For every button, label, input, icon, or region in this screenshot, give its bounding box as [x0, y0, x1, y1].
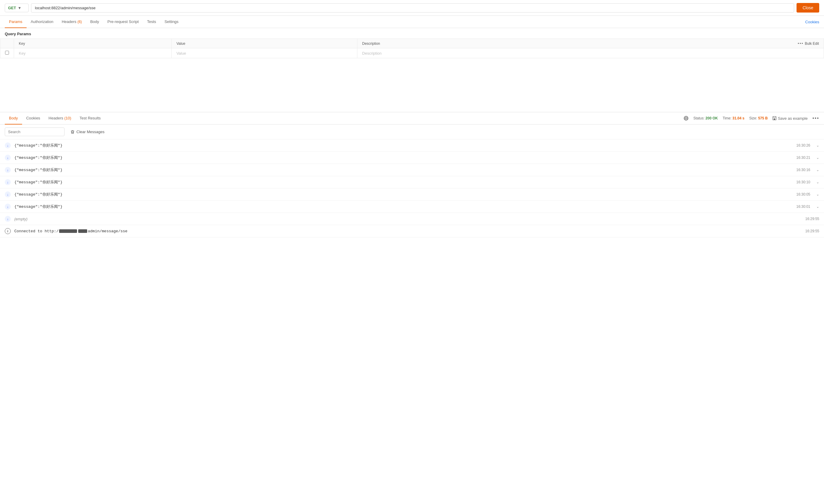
url-input[interactable] — [31, 3, 794, 12]
description-input-cell[interactable]: Description — [357, 48, 824, 58]
response-tab-body[interactable]: Body — [5, 112, 22, 124]
tab-headers[interactable]: Headers (6) — [58, 16, 86, 28]
params-table: Key Value Description ••• Bulk Edit Key … — [0, 38, 824, 58]
sse-controls: Clear Messages — [0, 124, 824, 139]
arrow-down-icon: ↓ — [5, 155, 11, 161]
expand-icon[interactable]: ⌄ — [816, 205, 819, 209]
tab-body[interactable]: Body — [86, 16, 103, 28]
response-section: Body Cookies Headers (10) Test Results S… — [0, 112, 824, 237]
arrow-down-icon: ↓ — [5, 204, 11, 210]
description-col-header: Description ••• Bulk Edit — [357, 39, 824, 48]
arrow-down-icon: ↓ — [5, 216, 11, 222]
expand-icon[interactable]: ⌄ — [816, 156, 819, 160]
tab-prerequest[interactable]: Pre-request Script — [103, 16, 143, 28]
svg-rect-6 — [774, 118, 775, 120]
arrow-down-icon: ↓ — [5, 167, 11, 173]
message-content: (empty) — [14, 217, 802, 221]
message-time: 16:30:26 — [796, 143, 810, 147]
message-row: ↓ {"message":"你好乐闻"} 16:30:05 ⌄ — [0, 188, 824, 201]
message-content: {"message":"你好乐闻"} — [14, 204, 793, 209]
size-label: Size: 575 B — [749, 116, 767, 120]
message-content: {"message":"你好乐闻"} — [14, 143, 793, 148]
tab-params[interactable]: Params — [5, 16, 26, 28]
cookies-link[interactable]: Cookies — [805, 20, 819, 24]
response-tab-cookies[interactable]: Cookies — [22, 112, 44, 124]
value-input-cell[interactable]: Value — [171, 48, 357, 58]
method-selector[interactable]: GET ▾ — [5, 4, 29, 12]
expand-icon[interactable]: ⌄ — [816, 168, 819, 172]
message-row: ↓ {"message":"你好乐闻"} 16:30:16 ⌄ — [0, 164, 824, 176]
message-row: ↓ {"message":"你好乐闻"} 16:30:01 ⌄ — [0, 201, 824, 213]
method-label: GET — [8, 6, 16, 10]
value-col-header: Value — [171, 39, 357, 48]
key-input-cell[interactable]: Key — [14, 48, 172, 58]
time-label: Time: 31.04 s — [722, 116, 744, 120]
save-example-button[interactable]: Save as example — [772, 116, 808, 121]
tab-authorization[interactable]: Authorization — [26, 16, 58, 28]
message-list: ↓ {"message":"你好乐闻"} 16:30:26 ⌄ ↓ {"mess… — [0, 139, 824, 237]
query-params-title: Query Params — [0, 28, 824, 38]
message-time: 16:29:55 — [805, 229, 819, 233]
globe-icon — [684, 116, 689, 121]
tab-tests[interactable]: Tests — [143, 16, 160, 28]
message-content: {"message":"你好乐闻"} — [14, 192, 793, 197]
message-content: {"message":"你好乐闻"} — [14, 155, 793, 160]
message-time: 16:30:05 — [796, 192, 810, 196]
expand-icon[interactable]: ⌄ — [816, 192, 819, 196]
message-time: 16:29:55 — [805, 217, 819, 221]
response-tab-test-results[interactable]: Test Results — [76, 112, 105, 124]
status-label: Status: 200 OK — [693, 116, 718, 120]
info-icon: i — [5, 228, 11, 234]
message-row: ↓ {"message":"你好乐闻"} 16:30:26 ⌄ — [0, 139, 824, 152]
response-tab-headers[interactable]: Headers (10) — [44, 112, 76, 124]
row-checkbox[interactable] — [0, 48, 14, 58]
search-input[interactable] — [5, 127, 65, 136]
chevron-down-icon: ▾ — [18, 6, 21, 10]
tab-settings[interactable]: Settings — [160, 16, 183, 28]
expand-icon[interactable]: ⌄ — [816, 143, 819, 147]
top-bar: GET ▾ Close — [0, 0, 824, 16]
more-icon: ••• — [798, 41, 804, 46]
connected-message-row: i Connected to http:/admin/message/sse 1… — [0, 225, 824, 237]
request-tabs: Params Authorization Headers (6) Body Pr… — [0, 16, 824, 28]
empty-space — [0, 58, 824, 112]
message-time: 16:30:21 — [796, 156, 810, 160]
save-icon — [772, 116, 777, 120]
params-placeholder-row: Key Value Description — [0, 48, 824, 58]
key-col-header: Key — [14, 39, 172, 48]
trash-icon — [71, 130, 75, 134]
message-content: {"message":"你好乐闻"} — [14, 180, 793, 185]
more-options-button[interactable]: ••• — [812, 116, 819, 121]
close-button[interactable]: Close — [797, 3, 819, 12]
message-row: ↓ (empty) 16:29:55 — [0, 213, 824, 225]
checkbox-col-header — [0, 39, 14, 48]
bulk-edit-button[interactable]: Bulk Edit — [805, 41, 819, 46]
response-tabs: Body Cookies Headers (10) Test Results S… — [0, 112, 824, 124]
expand-icon[interactable]: ⌄ — [816, 180, 819, 184]
response-meta: Status: 200 OK Time: 31.04 s Size: 575 B… — [684, 116, 819, 121]
message-content: {"message":"你好乐闻"} — [14, 167, 793, 173]
arrow-down-icon: ↓ — [5, 142, 11, 148]
message-time: 16:30:01 — [796, 205, 810, 209]
message-row: ↓ {"message":"你好乐闻"} 16:30:10 ⌄ — [0, 176, 824, 188]
arrow-down-icon: ↓ — [5, 191, 11, 197]
message-row: ↓ {"message":"你好乐闻"} 16:30:21 ⌄ — [0, 152, 824, 164]
message-time: 16:30:16 — [796, 168, 810, 172]
message-time: 16:30:10 — [796, 180, 810, 184]
clear-messages-button[interactable]: Clear Messages — [68, 128, 107, 136]
arrow-down-icon: ↓ — [5, 179, 11, 185]
connected-text: Connected to http:/admin/message/sse — [14, 229, 802, 233]
